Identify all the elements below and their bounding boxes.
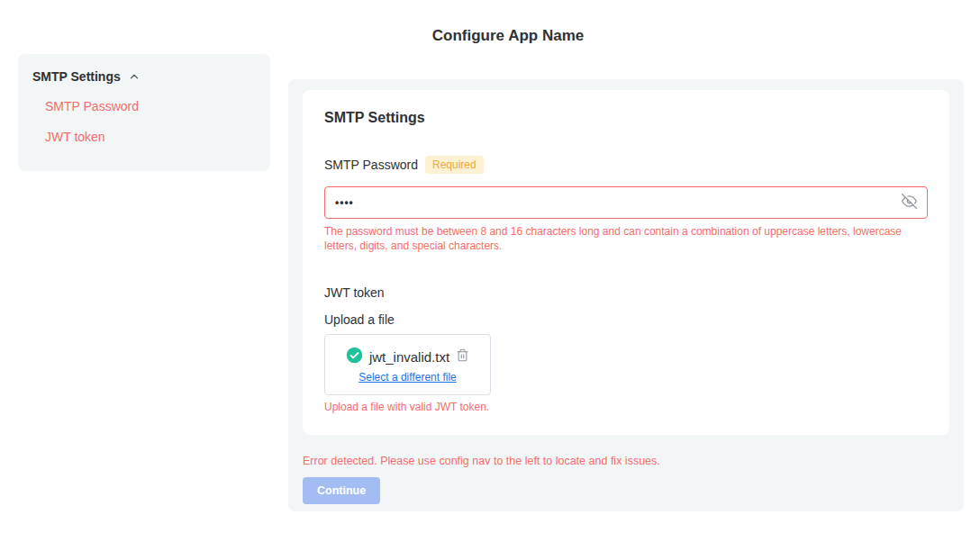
check-circle-icon xyxy=(346,347,363,367)
jwt-token-label: JWT token xyxy=(324,285,928,300)
form-error-banner: Error detected. Please use config nav to… xyxy=(303,455,949,467)
smtp-password-label: SMTP Password xyxy=(324,158,418,172)
smtp-password-input[interactable] xyxy=(324,186,928,219)
password-validation-message: The password must be between 8 and 16 ch… xyxy=(324,224,919,253)
jwt-validation-message: Upload a file with valid JWT token. xyxy=(324,401,928,413)
toggle-password-visibility-button[interactable] xyxy=(902,194,917,212)
sidebar-section-label: SMTP Settings xyxy=(32,69,121,84)
sidebar-item-jwt-token[interactable]: JWT token xyxy=(32,129,256,145)
chevron-up-icon xyxy=(128,70,141,83)
trash-icon xyxy=(456,348,469,366)
config-main-panel: SMTP Settings SMTP Password Required The… xyxy=(288,79,964,511)
card-heading: SMTP Settings xyxy=(324,110,928,126)
sidebar-section-smtp-settings[interactable]: SMTP Settings xyxy=(32,69,256,84)
smtp-password-field-wrap xyxy=(324,186,928,219)
sidebar-item-smtp-password[interactable]: SMTP Password xyxy=(32,98,256,114)
select-different-file-link[interactable]: Select a different file xyxy=(358,371,457,384)
delete-file-button[interactable] xyxy=(456,348,469,366)
uploaded-file-name: jwt_invalid.txt xyxy=(369,349,449,365)
continue-button[interactable]: Continue xyxy=(303,477,380,504)
smtp-settings-card: SMTP Settings SMTP Password Required The… xyxy=(303,90,949,435)
required-badge: Required xyxy=(425,156,484,174)
page-title: Configure App Name xyxy=(36,27,980,45)
upload-a-file-label: Upload a file xyxy=(324,312,928,327)
eye-off-icon xyxy=(902,194,917,212)
file-upload-box: jwt_invalid.txt Select a different file xyxy=(324,334,491,395)
config-nav-sidebar: SMTP Settings SMTP Password JWT token xyxy=(18,54,270,171)
